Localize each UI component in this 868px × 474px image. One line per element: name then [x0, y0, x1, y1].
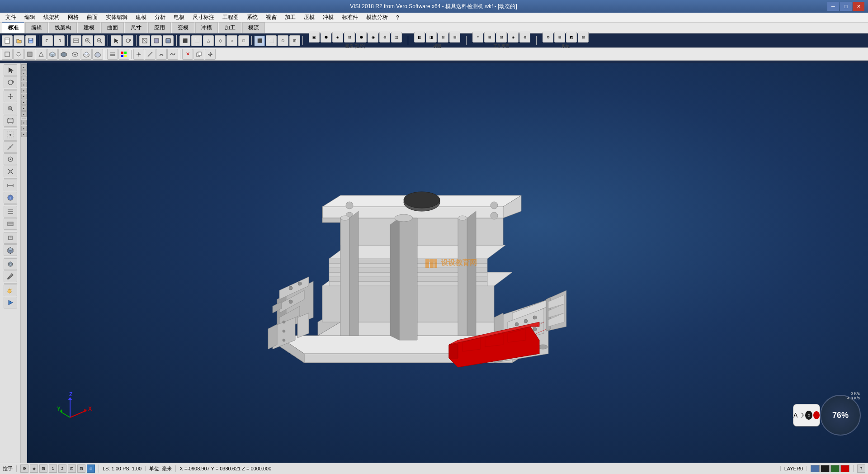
- sidebar-layer-vis[interactable]: [4, 206, 17, 218]
- tb-copy[interactable]: [193, 49, 204, 60]
- mini-btn11[interactable]: ▪: [21, 126, 27, 131]
- tb-shaded[interactable]: [151, 35, 162, 46]
- tb-view1[interactable]: ◧: [414, 32, 425, 43]
- tb-solid[interactable]: [163, 35, 174, 46]
- tb-color[interactable]: [118, 49, 129, 60]
- tb-wp2[interactable]: ⊞: [484, 32, 495, 43]
- sidebar-animate[interactable]: [4, 297, 17, 308]
- tb-layer[interactable]: [107, 49, 118, 60]
- tb-zoom-out[interactable]: [94, 35, 105, 46]
- tb-shape-active[interactable]: ⬛: [254, 35, 265, 46]
- tab-model[interactable]: 建模: [78, 22, 100, 33]
- tb-view4[interactable]: ⊞: [449, 32, 460, 43]
- swatch-red[interactable]: [840, 465, 849, 472]
- sidebar-pan[interactable]: [4, 90, 17, 102]
- mini-btn4[interactable]: ▪: [21, 82, 27, 87]
- tb-view-side[interactable]: [92, 49, 103, 60]
- tb-wireframe[interactable]: [139, 35, 150, 46]
- window-controls[interactable]: ─ □ ✕: [827, 2, 864, 11]
- sidebar-solid-edit[interactable]: [4, 244, 17, 256]
- tb-view-front[interactable]: [81, 49, 92, 60]
- menu-surface[interactable]: 曲面: [83, 13, 101, 22]
- mini-btn6[interactable]: ▪: [21, 94, 27, 99]
- tb-img7[interactable]: ⊕: [379, 32, 390, 43]
- status-btn1[interactable]: ⚙: [20, 465, 28, 473]
- tb-undo[interactable]: [42, 35, 53, 46]
- tab-mold[interactable]: 变模: [172, 22, 194, 33]
- menu-help[interactable]: ?: [392, 13, 403, 22]
- tb-zoom-fit[interactable]: [71, 35, 81, 46]
- sidebar-sketch[interactable]: [4, 270, 17, 282]
- tb-img3[interactable]: ◈: [332, 32, 343, 43]
- tb-img2[interactable]: ⬢: [321, 32, 331, 43]
- tb-3d-solid[interactable]: [58, 49, 69, 60]
- tb-3d-wire[interactable]: [70, 49, 80, 60]
- tb-img1[interactable]: ▣: [309, 32, 320, 43]
- maximize-button[interactable]: □: [840, 2, 852, 11]
- menu-dimension[interactable]: 尺寸标注: [189, 13, 218, 22]
- tab-standard[interactable]: 标准: [2, 22, 24, 33]
- tb-shape4[interactable]: ⊞: [289, 35, 300, 46]
- mini-btn10[interactable]: ▪: [21, 120, 27, 125]
- tb-extra1[interactable]: ⬛: [179, 35, 190, 46]
- tb-wp4[interactable]: ◈: [508, 32, 519, 43]
- tb-img8[interactable]: ◫: [391, 32, 402, 43]
- tab-apply[interactable]: 应用: [148, 22, 171, 33]
- tab-machining[interactable]: 加工: [219, 22, 241, 33]
- menu-solid-edit[interactable]: 实体编辑: [102, 13, 131, 22]
- mini-btn8[interactable]: ▪: [21, 105, 27, 111]
- tb-sys2[interactable]: ⊞: [554, 32, 565, 43]
- mini-btn3[interactable]: ▪: [21, 76, 27, 81]
- sidebar-select[interactable]: [4, 64, 17, 76]
- status-btn5[interactable]: 2: [58, 465, 66, 473]
- tb-select[interactable]: [111, 35, 122, 46]
- status-btn2[interactable]: ◈: [30, 465, 38, 473]
- menu-view[interactable]: 视窗: [262, 13, 280, 22]
- tb-extra4[interactable]: ◇: [215, 35, 226, 46]
- menu-analysis[interactable]: 分析: [151, 13, 169, 22]
- menu-machining[interactable]: 加工: [281, 13, 299, 22]
- status-btn4[interactable]: 1: [49, 465, 57, 473]
- menu-electrode[interactable]: 电极: [170, 13, 188, 22]
- tb-point[interactable]: [133, 49, 144, 60]
- sidebar-point-snap[interactable]: [4, 129, 17, 141]
- tab-surface[interactable]: 曲面: [101, 22, 124, 33]
- tb-save[interactable]: [25, 35, 36, 46]
- close-button[interactable]: ✕: [853, 2, 864, 11]
- tb-wp5[interactable]: ⊕: [519, 32, 530, 43]
- tb-extra3[interactable]: △: [203, 35, 214, 46]
- sidebar-feature[interactable]: [4, 258, 17, 270]
- menu-file[interactable]: 文件: [2, 13, 20, 22]
- sidebar-rotate-view[interactable]: [4, 76, 17, 88]
- tab-wireframe[interactable]: 线架构: [49, 22, 77, 33]
- menu-drawing[interactable]: 工程图: [219, 13, 242, 22]
- tb-snap1[interactable]: [2, 49, 13, 60]
- status-last-btn[interactable]: ?: [857, 465, 865, 473]
- tb-arc[interactable]: [156, 49, 167, 60]
- minimize-button[interactable]: ─: [827, 2, 839, 11]
- tb-redo[interactable]: [54, 35, 65, 46]
- tab-punch[interactable]: 冲模: [195, 22, 218, 33]
- tb-img5[interactable]: ⬣: [356, 32, 367, 43]
- tb-view2[interactable]: ◨: [426, 32, 437, 43]
- status-btn8[interactable]: ⊞: [87, 465, 95, 473]
- mini-btn7[interactable]: ▪: [21, 100, 27, 105]
- tb-del[interactable]: ✕: [182, 49, 193, 60]
- tb-extra2[interactable]: ⬜: [191, 35, 202, 46]
- tab-flow[interactable]: 模流: [242, 22, 265, 33]
- tb-new[interactable]: [2, 35, 13, 46]
- tb-sys4[interactable]: ⊟: [578, 32, 589, 43]
- tb-wp1[interactable]: ⌖: [472, 32, 483, 43]
- tb-rotate[interactable]: [123, 35, 133, 46]
- viewport[interactable]: 设设教育网 Z X Y 76% A ☽: [27, 63, 868, 463]
- menu-edit[interactable]: 编辑: [21, 13, 39, 22]
- sidebar-center[interactable]: [4, 153, 17, 165]
- tb-sys1[interactable]: ⚙: [542, 32, 553, 43]
- menu-model[interactable]: 建模: [132, 13, 150, 22]
- tb-shape3[interactable]: ⊙: [278, 35, 288, 46]
- tab-edit[interactable]: 编辑: [25, 22, 48, 33]
- menu-wireframe[interactable]: 线架构: [40, 13, 63, 22]
- sidebar-intersect[interactable]: [4, 166, 17, 177]
- swatch-green[interactable]: [830, 465, 840, 472]
- tb-snap3[interactable]: [24, 49, 35, 60]
